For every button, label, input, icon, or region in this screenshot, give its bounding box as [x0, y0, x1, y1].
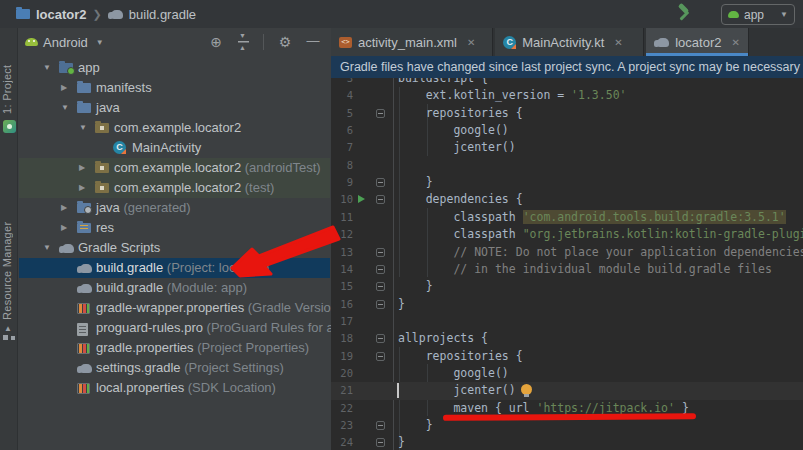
- fold-icon[interactable]: [376, 178, 385, 187]
- hammer-icon[interactable]: [677, 4, 693, 22]
- close-icon[interactable]: [467, 37, 475, 48]
- code-line-16[interactable]: 16}: [331, 296, 803, 313]
- tree-item-app[interactable]: app: [19, 58, 330, 78]
- tree-item-mainactivity[interactable]: MainActivity: [19, 138, 330, 158]
- chevron-right-icon[interactable]: [61, 222, 67, 232]
- code-line-13[interactable]: 13 // NOTE: Do not place your applicatio…: [331, 244, 803, 261]
- folder-icon: [16, 9, 30, 19]
- fold-icon[interactable]: [376, 265, 385, 274]
- chevron-down-icon[interactable]: [43, 62, 51, 72]
- tree-item-com-example-locator2-test[interactable]: com.example.locator2 (test): [19, 178, 330, 198]
- chevron-right-icon[interactable]: [79, 162, 85, 172]
- chevron-right-icon[interactable]: [79, 182, 85, 192]
- tab-mainactivity-kt[interactable]: MainActivity.kt: [495, 28, 644, 56]
- code-line-19[interactable]: 19 repositories {: [331, 348, 803, 365]
- tree-item-build-gradle-module-app[interactable]: build.gradle (Module: app): [19, 278, 330, 298]
- code-line-5[interactable]: 5 repositories {: [331, 105, 803, 122]
- code-editor[interactable]: 3buildscript {4 ext.kotlin_version = '1.…: [331, 56, 803, 450]
- chevron-down-icon[interactable]: [96, 38, 104, 47]
- fold-icon[interactable]: [376, 282, 385, 291]
- tree-item-gradle-properties-project-properties[interactable]: gradle.properties (Project Properties): [19, 338, 330, 358]
- gradle-icon: [77, 363, 92, 374]
- code-line-15[interactable]: 15 }: [331, 278, 803, 295]
- code-text: // in the individual module build.gradle…: [398, 261, 772, 278]
- settings-gear-icon[interactable]: [277, 34, 293, 50]
- chevron-down-icon[interactable]: [79, 122, 87, 132]
- fold-icon[interactable]: [376, 248, 385, 257]
- line-number: 10: [331, 191, 353, 208]
- close-icon[interactable]: [731, 37, 739, 48]
- tree-item-com-example-locator2[interactable]: com.example.locator2: [19, 118, 330, 138]
- chevron-down-icon: [780, 10, 788, 19]
- project-view-selector[interactable]: Android: [43, 35, 88, 50]
- code-line-20[interactable]: 20 google(): [331, 365, 803, 382]
- tree-item-res[interactable]: res: [19, 218, 330, 238]
- sidebar-item-resource-manager[interactable]: Resource Manager: [1, 188, 16, 320]
- code-line-14[interactable]: 14 // in the individual module build.gra…: [331, 261, 803, 278]
- locate-icon[interactable]: [208, 34, 224, 50]
- code-line-22[interactable]: 22 maven { url 'https://jitpack.io' }: [331, 400, 803, 417]
- chevron-down-icon[interactable]: [43, 242, 51, 252]
- tree-item-hint: (Gradle Version): [248, 300, 343, 315]
- code-line-17[interactable]: 17: [331, 313, 803, 330]
- text-caret: [397, 383, 399, 398]
- tab-activity-main-xml[interactable]: activity_main.xml: [331, 28, 493, 56]
- run-gutter-icon[interactable]: [358, 195, 365, 203]
- tree-item-gradle-scripts[interactable]: Gradle Scripts: [19, 238, 330, 258]
- code-line-18[interactable]: 18allprojects {: [331, 330, 803, 347]
- intention-bulb-icon[interactable]: [521, 384, 532, 395]
- code-line-10[interactable]: 10 dependencies {: [331, 191, 803, 208]
- code-line-4[interactable]: 4 ext.kotlin_version = '1.3.50': [331, 87, 803, 104]
- line-number: 9: [331, 174, 353, 191]
- code-line-12[interactable]: 12 classpath "org.jetbrains.kotlin:kotli…: [331, 226, 803, 243]
- code-line-24[interactable]: 24}: [331, 434, 803, 450]
- code-line-11[interactable]: 11 classpath 'com.android.tools.build:gr…: [331, 209, 803, 226]
- tree-item-java[interactable]: java: [19, 98, 330, 118]
- run-config-dropdown[interactable]: app: [721, 4, 795, 25]
- chevron-right-icon[interactable]: [61, 202, 67, 212]
- tree-item-settings-gradle-project-settings[interactable]: settings.gradle (Project Settings): [19, 358, 330, 378]
- collapse-all-icon[interactable]: [237, 35, 250, 49]
- chevron-right-icon[interactable]: [61, 82, 67, 92]
- run-config-label: app: [744, 8, 764, 22]
- line-number: 7: [331, 139, 353, 156]
- resource-manager-icon[interactable]: [3, 328, 15, 340]
- android-studio-window: locator2 ❯ build.gradle app 1: Project R…: [0, 0, 803, 450]
- code-line-21[interactable]: 21 jcenter(): [331, 382, 803, 399]
- fold-icon[interactable]: [376, 195, 385, 204]
- tab-locator2[interactable]: locator2: [646, 28, 749, 56]
- tree-item-manifests[interactable]: manifests: [19, 78, 330, 98]
- breadcrumb-project[interactable]: locator2: [36, 7, 87, 22]
- tree-item-hint: (Project Settings): [184, 360, 284, 375]
- tool-window-stripe: 1: Project Resource Manager: [0, 28, 18, 450]
- fold-icon[interactable]: [376, 352, 385, 361]
- tree-item-local-properties-sdk-location[interactable]: local.properties (SDK Location): [19, 378, 330, 398]
- tree-item-java-generated[interactable]: java (generated): [19, 198, 330, 218]
- code-line-7[interactable]: 7 jcenter(): [331, 139, 803, 156]
- sidebar-item-project[interactable]: 1: Project: [1, 54, 16, 114]
- code-line-9[interactable]: 9 }: [331, 174, 803, 191]
- code-line-8[interactable]: 8: [331, 157, 803, 174]
- gradle-sync-banner[interactable]: Gradle files have changed since last pro…: [331, 56, 803, 78]
- fold-icon[interactable]: [376, 334, 385, 343]
- fold-icon[interactable]: [376, 421, 385, 430]
- code-line-23[interactable]: 23 }: [331, 417, 803, 434]
- folder-res-icon: [77, 223, 91, 233]
- code-text: }: [398, 278, 433, 295]
- code-line-6[interactable]: 6 google(): [331, 122, 803, 139]
- chevron-down-icon[interactable]: [61, 102, 69, 112]
- tree-item-build-gradle-project-locator2[interactable]: build.gradle (Project: locator2): [19, 258, 330, 278]
- fold-icon[interactable]: [376, 300, 385, 309]
- breadcrumb-file[interactable]: build.gradle: [129, 7, 196, 22]
- fold-icon[interactable]: [376, 109, 385, 118]
- android-studio-project-icon[interactable]: [3, 120, 16, 133]
- tree-item-com-example-locator2-androidtest[interactable]: com.example.locator2 (androidTest): [19, 158, 330, 178]
- hide-panel-icon[interactable]: [306, 34, 320, 50]
- tree-item-gradle-wrapper-properties-gradle-version[interactable]: gradle-wrapper.properties (Gradle Versio…: [19, 298, 330, 318]
- tree-item-proguard-rules-pro-proguard-rules-for-app[interactable]: proguard-rules.pro (ProGuard Rules for a…: [19, 318, 330, 338]
- tree-item-hint: (SDK Location): [188, 380, 276, 395]
- fold-icon[interactable]: [376, 438, 385, 447]
- tree-item-hint: (Project Properties): [197, 340, 309, 355]
- tree-item-hint: (test): [245, 180, 275, 195]
- close-icon[interactable]: [614, 37, 622, 48]
